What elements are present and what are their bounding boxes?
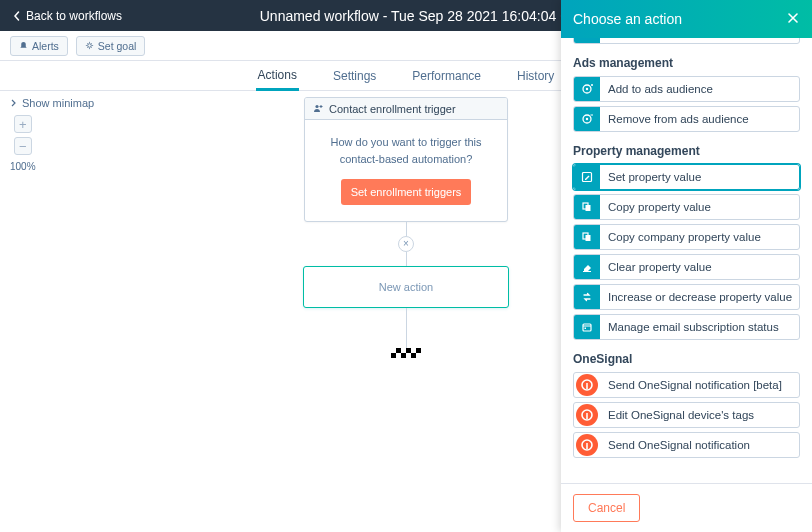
svg-point-19: [586, 413, 588, 415]
connector-line: [406, 222, 407, 236]
action-label: Set property value: [600, 171, 701, 183]
action-item[interactable]: Remove from static list: [573, 38, 800, 44]
onesignal-icon: [576, 404, 598, 426]
panel-footer: Cancel: [561, 483, 812, 532]
tab-performance[interactable]: Performance: [410, 61, 483, 90]
person-plus-icon: [313, 103, 323, 115]
action-item[interactable]: Clear property value: [573, 254, 800, 280]
action-item[interactable]: Set property value: [573, 164, 800, 190]
panel-header: Choose an action: [561, 0, 812, 38]
action-item[interactable]: Increase or decrease property value: [573, 284, 800, 310]
target-minus-icon: [574, 107, 600, 131]
action-label: Copy property value: [600, 201, 711, 213]
set-enrollment-triggers-button[interactable]: Set enrollment triggers: [341, 179, 472, 205]
zoom-out-button[interactable]: −: [14, 137, 32, 155]
action-label: Edit OneSignal device's tags: [600, 409, 754, 421]
onesignal-icon: [576, 434, 598, 456]
svg-rect-14: [583, 324, 591, 331]
svg-rect-13: [586, 235, 591, 241]
connector-line: [406, 308, 407, 348]
action-item[interactable]: Send OneSignal notification: [573, 432, 800, 458]
set-goal-button[interactable]: Set goal: [76, 36, 146, 56]
svg-point-6: [586, 88, 588, 90]
action-label: Send OneSignal notification [beta]: [600, 379, 782, 391]
action-item[interactable]: Remove from ads audience: [573, 106, 800, 132]
copy-icon: [574, 195, 600, 219]
tab-history[interactable]: History: [515, 61, 556, 90]
trigger-card-body: How do you want to trigger this contact-…: [305, 120, 507, 221]
action-item[interactable]: Copy company property value: [573, 224, 800, 250]
show-minimap-label: Show minimap: [22, 97, 94, 109]
edit-icon: [574, 165, 600, 189]
trigger-card-header: Contact enrollment trigger: [305, 98, 507, 120]
action-item[interactable]: Send OneSignal notification [beta]: [573, 372, 800, 398]
chevron-right-icon: [10, 97, 18, 109]
onesignal-icon: [576, 374, 598, 396]
bell-icon: [19, 41, 28, 50]
connector-line: [406, 252, 407, 266]
eraser-icon: [574, 255, 600, 279]
tab-actions[interactable]: Actions: [256, 62, 299, 91]
svg-rect-15: [585, 328, 587, 330]
action-item[interactable]: Copy property value: [573, 194, 800, 220]
workflow-flow: Contact enrollment trigger How do you wa…: [300, 97, 512, 358]
svg-point-8: [586, 118, 588, 120]
chevron-left-icon: [12, 11, 22, 21]
swap-icon: [574, 285, 600, 309]
cancel-button[interactable]: Cancel: [573, 494, 640, 522]
alerts-label: Alerts: [32, 40, 59, 52]
zoom-in-button[interactable]: +: [14, 115, 32, 133]
end-marker-icon: [391, 348, 421, 358]
add-step-node[interactable]: ×: [398, 236, 414, 252]
tab-settings[interactable]: Settings: [331, 61, 378, 90]
action-label: Manage email subscription status: [600, 321, 779, 333]
action-label: Copy company property value: [600, 231, 761, 243]
close-icon[interactable]: [786, 11, 800, 28]
gear-icon: [85, 41, 94, 50]
zoom-level-label: 100%: [10, 161, 36, 172]
svg-rect-11: [586, 205, 591, 211]
zoom-controls: + − 100%: [10, 115, 36, 172]
section-title: OneSignal: [573, 352, 800, 366]
action-item[interactable]: Manage email subscription status: [573, 314, 800, 340]
copy-icon: [574, 225, 600, 249]
action-label: Remove from ads audience: [600, 113, 749, 125]
calendar-icon: [574, 315, 600, 339]
trigger-question: How do you want to trigger this contact-…: [315, 134, 497, 167]
svg-point-21: [586, 443, 588, 445]
show-minimap-toggle[interactable]: Show minimap: [10, 97, 94, 109]
list-remove-icon: [574, 38, 600, 43]
alerts-button[interactable]: Alerts: [10, 36, 68, 56]
action-label: Add to ads audience: [600, 83, 713, 95]
choose-action-panel: Choose an action Remove from static list…: [561, 0, 812, 532]
action-item[interactable]: Add to ads audience: [573, 76, 800, 102]
panel-title: Choose an action: [573, 11, 682, 27]
section-title: Property management: [573, 144, 800, 158]
action-label: Clear property value: [600, 261, 712, 273]
svg-point-0: [88, 44, 92, 48]
new-action-card[interactable]: New action: [303, 266, 509, 308]
back-to-workflows-link[interactable]: Back to workflows: [12, 9, 122, 23]
back-label: Back to workflows: [26, 9, 122, 23]
panel-body[interactable]: Remove from static listAds managementAdd…: [561, 38, 812, 483]
action-label: Send OneSignal notification: [600, 439, 750, 451]
set-goal-label: Set goal: [98, 40, 137, 52]
trigger-card[interactable]: Contact enrollment trigger How do you wa…: [304, 97, 508, 222]
action-label: Increase or decrease property value: [600, 291, 792, 303]
target-plus-icon: [574, 77, 600, 101]
svg-point-17: [586, 383, 588, 385]
action-item[interactable]: Edit OneSignal device's tags: [573, 402, 800, 428]
trigger-card-title: Contact enrollment trigger: [329, 103, 456, 115]
svg-point-1: [315, 104, 318, 107]
section-title: Ads management: [573, 56, 800, 70]
